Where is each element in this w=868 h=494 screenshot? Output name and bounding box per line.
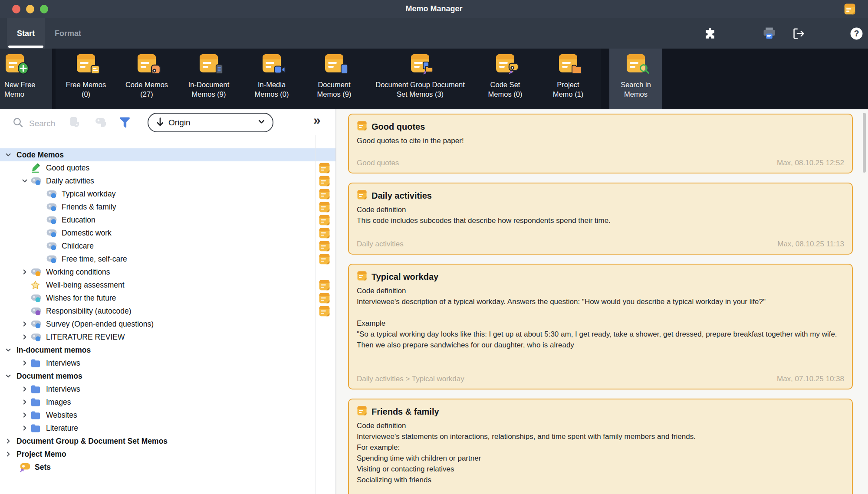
memo-indicator-icon[interactable] [319,214,330,228]
toolbar-button-free-memos-0[interactable]: Free Memos(0) [56,49,116,109]
tree-item-domestic-work[interactable]: Domestic work [0,226,335,239]
memo-tree: Code MemosGood quotesDaily activitiesTyp… [0,148,335,474]
tree-item-websites[interactable]: Websites [0,409,335,422]
tree-item-document-memos[interactable]: Document memos [0,370,335,383]
chevron-right-icon[interactable] [19,412,30,419]
tree-item-images[interactable]: Images [0,396,335,409]
tab-label: Start [17,29,35,38]
tree-item-education[interactable]: Education [0,213,335,226]
tree-item-sets[interactable]: Sets [0,461,335,474]
sort-dropdown[interactable]: Origin [148,113,273,132]
chevron-right-icon[interactable] [19,268,30,275]
chevron-down-icon[interactable] [3,151,14,158]
tree-item-label: Friends & family [62,203,116,212]
code-icon [30,294,43,303]
memo-card-good-quotes[interactable]: Good quotesGood quotes to cite in the pa… [348,114,853,173]
chevron-right-icon[interactable] [19,425,30,432]
tree-item-code-memos[interactable]: Code Memos [0,148,335,161]
memo-indicator-icon[interactable] [319,227,330,241]
toolbar-button-in-document-memos-9[interactable]: In-DocumentMemos (9) [177,49,240,109]
memo-origin: Daily activities > Typical workday [357,375,464,383]
print-icon[interactable] [763,27,776,41]
tree-item-label: Literature [46,424,78,433]
memo-indicator-icon[interactable] [319,162,330,176]
code-icon [30,333,43,342]
memo-note-icon [324,53,345,74]
tree-item-label: Free time, self-care [62,255,127,264]
memo-indicator-icon[interactable] [319,253,330,267]
titlebar: Memo Manager [0,0,868,18]
tree-item-free-time-self-care[interactable]: Free time, self-care [0,252,335,265]
tree-item-good-quotes[interactable]: Good quotes [0,161,335,174]
chevron-right-icon[interactable] [3,451,14,458]
memo-indicator-icon[interactable] [319,292,330,306]
chevron-right-icon[interactable] [19,399,30,406]
tree-item-childcare[interactable]: Childcare [0,239,335,252]
memo-card-typical-workday[interactable]: Typical workdayCode definitionInterviewe… [348,264,853,389]
tree-item-working-conditions[interactable]: Working conditions [0,265,335,278]
toolbar-button-new-free-memo[interactable]: New FreeMemo [0,49,52,109]
chevron-right-icon[interactable] [19,321,30,327]
tree-item-document-group-document-set-memos[interactable]: Document Group & Document Set Memos [0,435,335,448]
memo-tree-panel: Search Origin » Code MemosGood quotesDai… [0,109,336,494]
memo-indicator-icon[interactable] [319,175,330,189]
document-blue-badge-icon [340,63,349,76]
toolbar-button-in-media-memos-0[interactable]: In-MediaMemos (0) [240,49,303,109]
tree-item-literature-review[interactable]: LITERATURE REVIEW [0,330,335,344]
memo-note-icon [4,53,25,74]
chevron-down-icon[interactable] [3,347,14,353]
chevron-right-icon[interactable] [19,360,30,366]
memo-card-daily-activities[interactable]: Daily activitiesCode definitionThis code… [348,183,853,255]
tree-item-wishes-for-the-future[interactable]: Wishes for the future [0,291,335,304]
tree-item-typical-workday[interactable]: Typical workday [0,187,335,200]
chevron-right-icon[interactable] [3,438,14,445]
chevron-right-icon[interactable] [19,386,30,393]
chevron-down-icon[interactable] [3,373,14,379]
filter-funnel-icon[interactable] [119,116,131,131]
tree-item-daily-activities[interactable]: Daily activities [0,174,335,187]
vertical-scrollbar[interactable] [863,113,866,173]
search-input[interactable]: Search [12,117,55,130]
memo-indicator-icon[interactable] [319,279,330,293]
tree-item-label: Childcare [62,242,94,251]
memo-indicator-icon[interactable] [319,305,330,319]
toolbar-button-document-group-document-set-memos-3[interactable]: Document Group DocumentSet Memos (3) [365,49,475,109]
tree-item-survey-open-ended-questions[interactable]: Survey (Open-ended questions) [0,317,335,330]
expand-panel-button[interactable]: » [313,113,321,128]
memo-indicator-icon[interactable] [319,188,330,202]
chevron-right-icon[interactable] [19,334,30,340]
external-integrations-icon[interactable] [704,27,717,42]
document-memo-filter-icon[interactable] [69,116,81,130]
code-icon [46,203,59,212]
toolbar-button-code-set-memos-0[interactable]: Code SetMemos (0) [475,49,536,109]
help-icon[interactable]: ? [850,27,863,42]
toolbar-button-search-in-memos[interactable]: Search inMemos [609,49,662,109]
tab-format[interactable]: Format [45,18,91,49]
tree-item-label: Project Memo [16,450,66,459]
tree-item-project-memo[interactable]: Project Memo [0,448,335,461]
tab-start[interactable]: Start [7,18,45,49]
memo-card-friends-family[interactable]: Friends & familyCode definitionInterview… [348,399,853,494]
toolbar-button-code-memos-27[interactable]: Code Memos(27) [116,49,177,109]
memo-note-icon [76,53,96,74]
tree-item-friends-family[interactable]: Friends & family [0,200,335,213]
memo-list-panel: Good quotesGood quotes to cite in the pa… [336,109,868,494]
export-icon[interactable] [792,27,805,42]
tree-item-literature[interactable]: Literature [0,422,335,435]
tree-item-responsibility-autocode[interactable]: Responsibility (autocode) [0,304,335,317]
toolbar-button-project-memo-1[interactable]: ProjectMemo (1) [536,49,601,109]
memo-card-footer: Daily activitiesMax, 08.10.25 11:13 [357,240,844,249]
code-memo-filter-icon[interactable] [95,116,108,130]
memo-indicator-icon[interactable] [319,201,330,215]
tree-item-label: Wishes for the future [46,294,116,303]
chevron-down-icon[interactable] [19,177,30,184]
tree-item-well-being-assessment[interactable]: Well-being assessment [0,278,335,291]
tree-item-interviews[interactable]: Interviews [0,357,335,370]
memo-indicator-icon[interactable] [319,240,330,254]
tree-item-in-document-memos[interactable]: In-document memos [0,344,335,357]
toolbar-button-document-memos-9[interactable]: DocumentMemos (9) [303,49,365,109]
tree-item-label: Survey (Open-ended questions) [46,320,154,329]
group-set-badge-icon [421,61,434,76]
search-icon [12,117,24,130]
tree-item-interviews[interactable]: Interviews [0,383,335,396]
